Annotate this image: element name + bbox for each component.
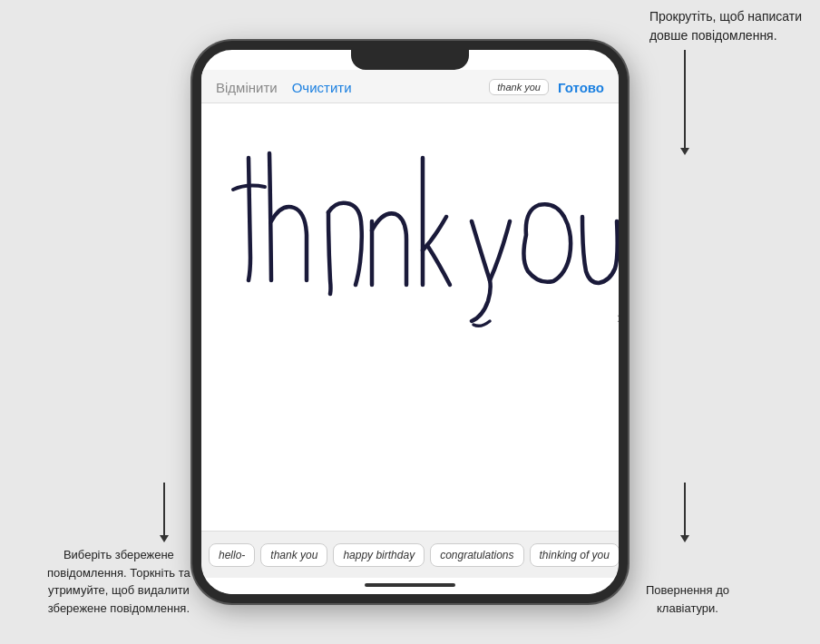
phone-frame: Відмінити Очистити thank you Готово [192, 41, 628, 603]
clear-button[interactable]: Очистити [292, 80, 352, 95]
suggestion-happy-birthday[interactable]: happy birthday [333, 543, 425, 567]
arrow-bottom-left [163, 483, 165, 537]
scroll-right-indicator: › [617, 307, 619, 327]
preview-text: thank you [489, 79, 549, 95]
suggestions-bar: hello- thank you happy birthday congratu… [201, 531, 619, 578]
suggestion-hello[interactable]: hello- [209, 543, 255, 567]
arrow-top-right [684, 50, 686, 150]
annotation-scroll: Прокрутіть, щоб написати довше повідомле… [649, 7, 802, 45]
phone-notch [351, 50, 469, 70]
annotation-saved-text: Виберіть збережене повідомлення. Торкніт… [47, 548, 190, 615]
toolbar: Відмінити Очистити thank you Готово [201, 70, 619, 103]
suggestion-thank-you[interactable]: thank you [260, 543, 327, 567]
annotation-scroll-text: Прокрутіть, щоб написати довше повідомле… [649, 9, 802, 43]
annotation-keyboard: Повернення до клавіатури. [646, 581, 729, 617]
writing-area[interactable]: › [201, 103, 619, 531]
annotation-keyboard-text: Повернення до клавіатури. [646, 583, 729, 615]
annotation-saved-messages: Виберіть збережене повідомлення. Торкніт… [47, 546, 190, 617]
home-bar [365, 583, 455, 587]
toolbar-left: Відмінити Очистити [216, 80, 352, 95]
suggestion-thinking-of-you[interactable]: thinking of you [530, 543, 619, 567]
screen: Відмінити Очистити thank you Готово [201, 70, 619, 594]
done-button[interactable]: Готово [558, 80, 604, 95]
cancel-button[interactable]: Відмінити [216, 80, 278, 95]
toolbar-right: thank you Готово [489, 79, 604, 95]
home-indicator-area [201, 578, 619, 594]
suggestion-congratulations[interactable]: congratulations [430, 543, 523, 567]
arrow-bottom-right [684, 483, 686, 537]
handwritten-content [201, 103, 619, 339]
